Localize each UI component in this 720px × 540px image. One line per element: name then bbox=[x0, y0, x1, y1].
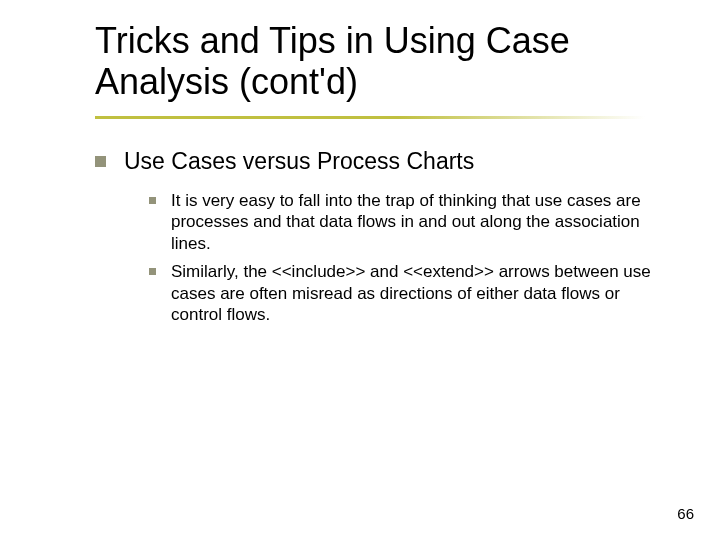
sub-bullets: It is very easy to fall into the trap of… bbox=[149, 190, 660, 327]
slide: Tricks and Tips in Using Case Analysis (… bbox=[0, 0, 720, 540]
bullet-level2: Similarly, the <<include>> and <<extend>… bbox=[149, 261, 660, 326]
bullet-level1: Use Cases versus Process Charts bbox=[95, 148, 660, 176]
square-bullet-icon bbox=[95, 156, 106, 167]
square-bullet-icon bbox=[149, 197, 156, 204]
level2-text: It is very easy to fall into the trap of… bbox=[171, 190, 660, 255]
square-bullet-icon bbox=[149, 268, 156, 275]
level2-text: Similarly, the <<include>> and <<extend>… bbox=[171, 261, 660, 326]
page-number: 66 bbox=[677, 505, 694, 522]
title-underline bbox=[95, 116, 645, 119]
bullet-level2: It is very easy to fall into the trap of… bbox=[149, 190, 660, 255]
slide-title: Tricks and Tips in Using Case Analysis (… bbox=[95, 20, 680, 103]
level1-text: Use Cases versus Process Charts bbox=[124, 148, 474, 176]
slide-content: Use Cases versus Process Charts It is ve… bbox=[95, 148, 660, 332]
